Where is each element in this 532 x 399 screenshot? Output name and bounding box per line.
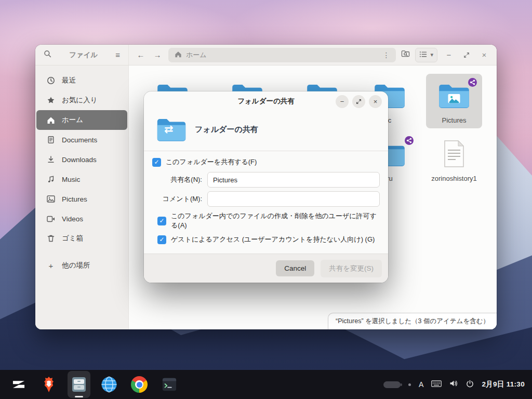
text-document-icon — [419, 135, 489, 172]
power-icon[interactable] — [466, 380, 474, 390]
dialog-titlebar[interactable]: フォルダーの共有 − × — [144, 91, 388, 111]
shared-folder-icon: ⇄ — [156, 117, 187, 141]
ime-indicator[interactable]: A — [419, 380, 423, 389]
sidebar-item-recent[interactable]: 最近 — [35, 71, 128, 90]
headerbar-sidebar-section: ファイル ≡ — [35, 45, 129, 65]
dialog-close-button[interactable]: × — [369, 95, 382, 108]
file-label: zorinoshistory1 — [419, 175, 489, 182]
status-dot-icon — [408, 383, 411, 386]
star-icon — [47, 96, 55, 104]
sidebar-item-trash[interactable]: ゴミ箱 — [35, 229, 128, 248]
sidebar-item-label: Documents — [62, 136, 97, 144]
search-in-folder-icon[interactable] — [401, 50, 410, 60]
sidebar-item-pictures[interactable]: Pictures — [35, 189, 128, 209]
checkbox-checked-icon[interactable]: ✓ — [157, 217, 166, 225]
view-toggle[interactable]: ▾ — [415, 48, 437, 62]
sidebar-item-videos[interactable]: Videos — [35, 209, 128, 229]
share-name-input[interactable] — [207, 172, 380, 188]
cancel-button[interactable]: Cancel — [276, 260, 314, 276]
brave-browser-icon[interactable] — [37, 371, 60, 398]
kebab-menu-icon[interactable]: ⋮ — [382, 51, 390, 59]
dialog-maximize-button[interactable] — [352, 95, 365, 108]
home-icon — [175, 50, 182, 60]
sidebar-item-label: ゴミ箱 — [62, 234, 83, 243]
document-icon — [47, 136, 55, 144]
checkbox-checked-icon[interactable]: ✓ — [157, 235, 166, 244]
sidebar-item-label: ホーム — [62, 115, 83, 125]
dialog-body: ⇄ フォルダーの共有 ✓ このフォルダーを共有する(F) 共有名(N): コメン… — [144, 111, 388, 254]
back-button[interactable]: ← — [135, 50, 147, 59]
plus-icon: + — [47, 262, 55, 270]
guest-access-checkbox[interactable]: ✓ ゲストによるアクセス (ユーザーアカウントを持たない人向け) (G) — [157, 235, 380, 244]
search-icon[interactable] — [44, 50, 51, 60]
app-title: ファイル — [69, 50, 98, 60]
sidebar-item-downloads[interactable]: Downloads — [35, 150, 128, 169]
share-name-row: 共有名(N): — [152, 172, 380, 188]
apply-share-button[interactable]: 共有を変更(S) — [321, 260, 382, 277]
share-this-folder-checkbox[interactable]: ✓ このフォルダーを共有する(F) — [152, 157, 380, 167]
home-icon — [47, 116, 55, 124]
file-label: Pictures — [427, 116, 481, 124]
dialog-footer: Cancel 共有を変更(S) — [144, 254, 388, 283]
sidebar-item-label: 最近 — [62, 76, 76, 85]
allow-create-delete-checkbox[interactable]: ✓ このフォルダー内でのファイルの作成・削除を他のユーザに許可する(A) — [157, 211, 380, 230]
chevron-down-icon[interactable]: ▾ — [430, 52, 433, 58]
sidebar-item-documents[interactable]: Documents — [35, 130, 128, 150]
sidebar-item-label: お気に入り — [62, 96, 97, 105]
desktop: ファイル ≡ ← → ホーム ⋮ — [0, 0, 532, 399]
terminal-icon[interactable] — [158, 371, 181, 398]
video-camera-icon — [47, 216, 55, 222]
maximize-button[interactable] — [460, 52, 473, 58]
close-button[interactable]: × — [478, 50, 490, 59]
forward-button[interactable]: → — [152, 50, 163, 59]
list-view-icon — [419, 50, 427, 60]
software-store-icon[interactable] — [98, 371, 121, 398]
comment-label: コメント(M): — [152, 194, 202, 204]
running-indicator — [75, 396, 83, 397]
share-name-label: 共有名(N): — [152, 175, 202, 184]
zorin-menu-button[interactable] — [7, 371, 30, 398]
dialog-minimize-button[interactable]: − — [336, 95, 349, 108]
minimize-button[interactable]: − — [443, 50, 455, 59]
sidebar-item-label: Downloads — [62, 156, 97, 164]
file-folder-pictures[interactable]: Pictures — [426, 74, 482, 128]
sidebar-item-starred[interactable]: お気に入り — [35, 90, 128, 110]
clock[interactable]: 2月9日 11:30 — [482, 380, 525, 389]
share-emblem-icon — [405, 136, 414, 147]
battery-indicator[interactable] — [383, 381, 401, 388]
folder-sharing-dialog: フォルダーの共有 − × ⇄ フォルダーの共有 ✓ このフォルダーを共有する(F… — [144, 91, 388, 283]
sidebar-item-label: Music — [62, 176, 80, 183]
sidebar-item-label: Pictures — [62, 195, 87, 203]
volume-icon[interactable] — [449, 380, 458, 389]
sidebar: 最近 お気に入り ホーム Documents Downloads — [35, 65, 129, 329]
trash-icon — [47, 234, 55, 243]
dialog-title: フォルダーの共有 — [144, 97, 388, 106]
keyboard-icon[interactable] — [431, 380, 442, 389]
chrome-browser-icon[interactable] — [128, 371, 151, 398]
download-icon — [47, 155, 55, 164]
clock-icon — [47, 76, 55, 85]
path-label: ホーム — [186, 50, 207, 60]
checkbox-checked-icon[interactable]: ✓ — [152, 158, 161, 167]
path-bar[interactable]: ホーム ⋮ — [168, 48, 396, 62]
dialog-header: ⇄ フォルダーの共有 — [152, 113, 380, 151]
share-arrows-icon: ⇄ — [164, 123, 174, 136]
hamburger-menu-icon[interactable]: ≡ — [115, 51, 120, 59]
sidebar-item-home[interactable]: ホーム — [36, 110, 127, 130]
sidebar-item-music[interactable]: Music — [35, 169, 128, 189]
comment-input[interactable] — [207, 191, 380, 207]
taskbar-status-area: A 2月9日 11:30 — [383, 380, 525, 390]
file-document-zorinoshistory1[interactable]: zorinoshistory1 — [419, 135, 489, 182]
share-emblem-icon — [468, 78, 477, 89]
comment-row: コメント(M): — [152, 191, 380, 207]
checkbox-label: このフォルダーを共有する(F) — [166, 157, 257, 167]
separator — [144, 151, 388, 151]
files-headerbar: ファイル ≡ ← → ホーム ⋮ — [35, 45, 497, 65]
headerbar-toolbar: ← → ホーム ⋮ ▾ − — [129, 45, 497, 65]
sidebar-item-other-locations[interactable]: + 他の場所 — [35, 256, 128, 275]
files-app-icon[interactable] — [68, 371, 90, 398]
image-icon — [47, 195, 55, 203]
checkbox-label: ゲストによるアクセス (ユーザーアカウントを持たない人向け) (G) — [171, 235, 375, 244]
taskbar-apps — [7, 371, 181, 398]
music-note-icon — [47, 175, 55, 183]
